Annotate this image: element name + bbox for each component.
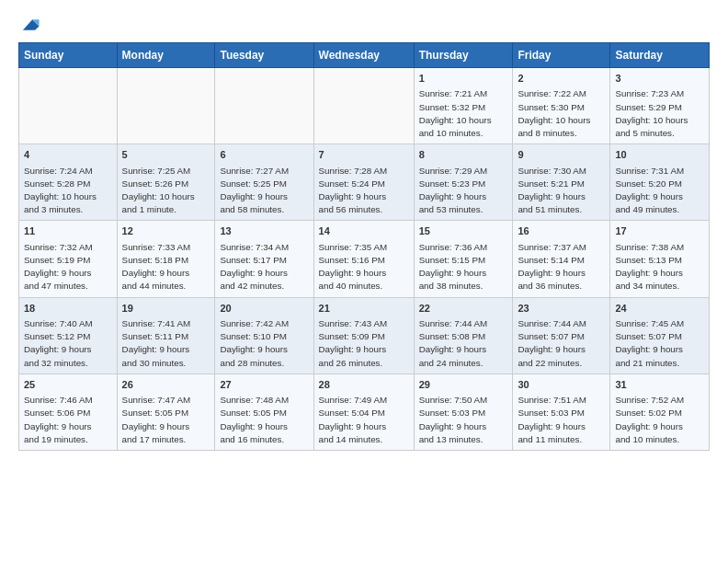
calendar-cell (313, 68, 414, 144)
calendar-week-5: 25Sunrise: 7:46 AM Sunset: 5:06 PM Dayli… (19, 373, 710, 450)
day-info: Sunrise: 7:29 AM Sunset: 5:23 PM Dayligh… (419, 165, 508, 217)
day-number: 7 (319, 148, 409, 162)
header (18, 15, 710, 35)
day-number: 29 (419, 378, 508, 392)
day-info: Sunrise: 7:46 AM Sunset: 5:06 PM Dayligh… (24, 394, 112, 446)
calendar-cell: 6Sunrise: 7:27 AM Sunset: 5:25 PM Daylig… (215, 144, 313, 221)
calendar-cell: 17Sunrise: 7:38 AM Sunset: 5:13 PM Dayli… (610, 221, 710, 297)
day-number: 5 (122, 148, 210, 162)
calendar-cell (215, 68, 313, 144)
calendar-cell: 3Sunrise: 7:23 AM Sunset: 5:29 PM Daylig… (610, 68, 710, 144)
calendar-week-1: 1Sunrise: 7:21 AM Sunset: 5:32 PM Daylig… (19, 68, 710, 144)
col-saturday: Saturday (610, 43, 710, 68)
day-info: Sunrise: 7:25 AM Sunset: 5:26 PM Dayligh… (122, 165, 210, 217)
calendar-cell: 2Sunrise: 7:22 AM Sunset: 5:30 PM Daylig… (513, 68, 610, 144)
day-info: Sunrise: 7:51 AM Sunset: 5:03 PM Dayligh… (518, 394, 605, 446)
day-info: Sunrise: 7:35 AM Sunset: 5:16 PM Dayligh… (319, 241, 409, 293)
calendar-cell: 5Sunrise: 7:25 AM Sunset: 5:26 PM Daylig… (117, 144, 215, 221)
day-info: Sunrise: 7:47 AM Sunset: 5:05 PM Dayligh… (122, 394, 210, 446)
day-info: Sunrise: 7:40 AM Sunset: 5:12 PM Dayligh… (24, 317, 112, 370)
day-info: Sunrise: 7:33 AM Sunset: 5:18 PM Dayligh… (122, 241, 210, 293)
day-info: Sunrise: 7:50 AM Sunset: 5:03 PM Dayligh… (419, 394, 508, 446)
day-info: Sunrise: 7:28 AM Sunset: 5:24 PM Dayligh… (319, 165, 409, 217)
calendar-cell: 23Sunrise: 7:44 AM Sunset: 5:07 PM Dayli… (513, 297, 610, 373)
calendar-cell: 14Sunrise: 7:35 AM Sunset: 5:16 PM Dayli… (313, 221, 414, 297)
day-number: 18 (24, 302, 112, 316)
day-number: 26 (122, 378, 210, 392)
day-info: Sunrise: 7:24 AM Sunset: 5:28 PM Dayligh… (24, 165, 112, 217)
day-info: Sunrise: 7:43 AM Sunset: 5:09 PM Dayligh… (319, 317, 409, 370)
calendar-cell: 25Sunrise: 7:46 AM Sunset: 5:06 PM Dayli… (19, 373, 118, 450)
day-info: Sunrise: 7:41 AM Sunset: 5:11 PM Dayligh… (122, 317, 210, 370)
calendar-week-4: 18Sunrise: 7:40 AM Sunset: 5:12 PM Dayli… (19, 297, 710, 373)
calendar-header: Sunday Monday Tuesday Wednesday Thursday… (19, 43, 710, 68)
calendar-cell: 1Sunrise: 7:21 AM Sunset: 5:32 PM Daylig… (414, 68, 513, 144)
day-number: 1 (419, 72, 508, 86)
logo (18, 15, 40, 35)
day-number: 13 (220, 224, 308, 238)
calendar-body: 1Sunrise: 7:21 AM Sunset: 5:32 PM Daylig… (19, 68, 710, 451)
day-number: 9 (518, 148, 605, 162)
calendar-cell: 28Sunrise: 7:49 AM Sunset: 5:04 PM Dayli… (313, 373, 414, 450)
col-sunday: Sunday (19, 43, 118, 68)
day-number: 11 (24, 224, 112, 238)
day-number: 6 (220, 148, 308, 162)
day-number: 20 (220, 302, 308, 316)
calendar-cell: 4Sunrise: 7:24 AM Sunset: 5:28 PM Daylig… (19, 144, 118, 221)
calendar-cell: 20Sunrise: 7:42 AM Sunset: 5:10 PM Dayli… (215, 297, 313, 373)
day-info: Sunrise: 7:30 AM Sunset: 5:21 PM Dayligh… (518, 165, 605, 217)
calendar-cell: 15Sunrise: 7:36 AM Sunset: 5:15 PM Dayli… (414, 221, 513, 297)
calendar-cell: 31Sunrise: 7:52 AM Sunset: 5:02 PM Dayli… (610, 373, 710, 450)
calendar-cell: 8Sunrise: 7:29 AM Sunset: 5:23 PM Daylig… (414, 144, 513, 221)
day-number: 4 (24, 148, 112, 162)
calendar-cell: 12Sunrise: 7:33 AM Sunset: 5:18 PM Dayli… (117, 221, 215, 297)
day-info: Sunrise: 7:23 AM Sunset: 5:29 PM Dayligh… (615, 87, 704, 140)
logo-icon (20, 15, 40, 35)
day-number: 24 (615, 302, 704, 316)
day-number: 12 (122, 224, 210, 238)
day-number: 21 (319, 302, 409, 316)
day-info: Sunrise: 7:42 AM Sunset: 5:10 PM Dayligh… (220, 317, 308, 370)
calendar-table: Sunday Monday Tuesday Wednesday Thursday… (18, 42, 710, 451)
calendar-cell: 13Sunrise: 7:34 AM Sunset: 5:17 PM Dayli… (215, 221, 313, 297)
day-info: Sunrise: 7:22 AM Sunset: 5:30 PM Dayligh… (518, 87, 605, 140)
col-thursday: Thursday (414, 43, 513, 68)
calendar-cell (117, 68, 215, 144)
day-number: 16 (518, 224, 605, 238)
day-number: 22 (419, 302, 508, 316)
day-number: 2 (518, 72, 605, 86)
day-number: 27 (220, 378, 308, 392)
calendar-cell: 16Sunrise: 7:37 AM Sunset: 5:14 PM Dayli… (513, 221, 610, 297)
day-info: Sunrise: 7:44 AM Sunset: 5:07 PM Dayligh… (518, 317, 605, 370)
calendar-cell: 22Sunrise: 7:44 AM Sunset: 5:08 PM Dayli… (414, 297, 513, 373)
day-number: 28 (319, 378, 409, 392)
day-info: Sunrise: 7:37 AM Sunset: 5:14 PM Dayligh… (518, 241, 605, 293)
calendar-cell: 19Sunrise: 7:41 AM Sunset: 5:11 PM Dayli… (117, 297, 215, 373)
day-info: Sunrise: 7:21 AM Sunset: 5:32 PM Dayligh… (419, 87, 508, 140)
day-info: Sunrise: 7:32 AM Sunset: 5:19 PM Dayligh… (24, 241, 112, 293)
day-info: Sunrise: 7:31 AM Sunset: 5:20 PM Dayligh… (615, 165, 704, 217)
day-number: 8 (419, 148, 508, 162)
calendar-cell: 27Sunrise: 7:48 AM Sunset: 5:05 PM Dayli… (215, 373, 313, 450)
col-tuesday: Tuesday (215, 43, 313, 68)
day-number: 15 (419, 224, 508, 238)
calendar-cell: 11Sunrise: 7:32 AM Sunset: 5:19 PM Dayli… (19, 221, 118, 297)
day-number: 25 (24, 378, 112, 392)
day-info: Sunrise: 7:34 AM Sunset: 5:17 PM Dayligh… (220, 241, 308, 293)
day-info: Sunrise: 7:44 AM Sunset: 5:08 PM Dayligh… (419, 317, 508, 370)
day-number: 14 (319, 224, 409, 238)
calendar-cell: 18Sunrise: 7:40 AM Sunset: 5:12 PM Dayli… (19, 297, 118, 373)
calendar-cell: 26Sunrise: 7:47 AM Sunset: 5:05 PM Dayli… (117, 373, 215, 450)
day-number: 3 (615, 72, 704, 86)
day-number: 17 (615, 224, 704, 238)
col-monday: Monday (117, 43, 215, 68)
calendar-cell: 30Sunrise: 7:51 AM Sunset: 5:03 PM Dayli… (513, 373, 610, 450)
calendar-cell: 9Sunrise: 7:30 AM Sunset: 5:21 PM Daylig… (513, 144, 610, 221)
calendar-cell (19, 68, 118, 144)
calendar-cell: 21Sunrise: 7:43 AM Sunset: 5:09 PM Dayli… (313, 297, 414, 373)
day-info: Sunrise: 7:38 AM Sunset: 5:13 PM Dayligh… (615, 241, 704, 293)
day-number: 10 (615, 148, 704, 162)
day-info: Sunrise: 7:27 AM Sunset: 5:25 PM Dayligh… (220, 165, 308, 217)
day-number: 23 (518, 302, 605, 316)
day-info: Sunrise: 7:49 AM Sunset: 5:04 PM Dayligh… (319, 394, 409, 446)
